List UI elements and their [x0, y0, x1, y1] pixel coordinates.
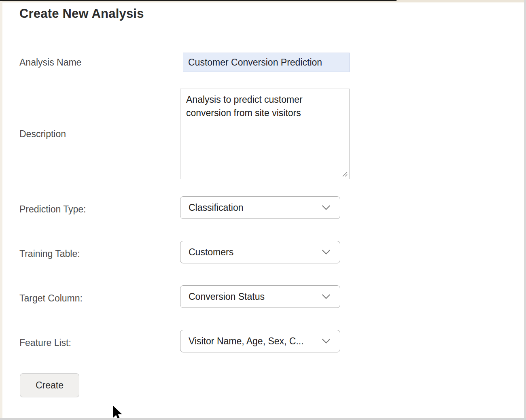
prediction-type-value: Classification [189, 202, 317, 213]
feature-list-label: Feature List: [19, 337, 71, 348]
chevron-down-icon [322, 294, 330, 299]
window-edge-left [0, 0, 2, 420]
training-table-select[interactable]: Customers [180, 241, 340, 263]
training-table-label: Training Table: [19, 248, 80, 259]
description-label: Description [19, 129, 66, 139]
target-column-select[interactable]: Conversion Status [180, 285, 340, 308]
target-column-label: Target Column: [19, 293, 83, 303]
prediction-type-select[interactable]: Classification [180, 196, 340, 219]
analysis-name-input[interactable] [183, 53, 350, 72]
target-column-value: Conversion Status [189, 291, 317, 302]
window-edge-bottom [0, 418, 526, 420]
chevron-down-icon [322, 205, 330, 210]
page-title: Create New Analysis [19, 6, 144, 21]
create-button[interactable]: Create [20, 373, 79, 397]
window-edge-right [524, 0, 526, 420]
prediction-type-label: Prediction Type: [19, 204, 86, 214]
feature-list-value: Visitor Name, Age, Sex, C... [189, 336, 317, 347]
training-table-value: Customers [189, 247, 317, 258]
feature-list-select[interactable]: Visitor Name, Age, Sex, C... [180, 330, 340, 352]
create-analysis-form: Create New Analysis Analysis Name Descri… [0, 0, 526, 420]
chevron-down-icon [322, 339, 330, 344]
window-edge-top-dark [0, 0, 397, 1]
chevron-down-icon [322, 250, 330, 255]
analysis-name-label: Analysis Name [19, 57, 81, 68]
description-textarea[interactable]: Analysis to predict customer conversion … [180, 89, 350, 179]
